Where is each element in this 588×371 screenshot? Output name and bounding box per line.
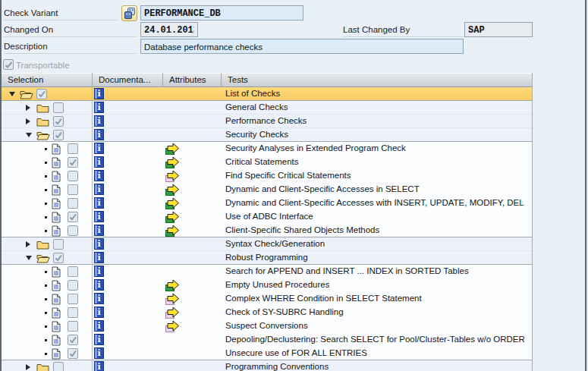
row-checkbox[interactable] [68,280,78,291]
documentation-icon[interactable]: i [94,88,104,99]
row-checkbox[interactable] [68,198,78,209]
row-checkbox[interactable] [68,335,78,345]
variant-icon-button[interactable] [121,5,137,21]
collapse-toggle-icon[interactable] [26,256,32,260]
row-checkbox[interactable] [68,184,78,195]
row-checkbox[interactable] [68,171,78,181]
documentation-icon[interactable]: i [94,102,104,113]
check-variant-input[interactable] [140,5,303,20]
test-name[interactable]: General Checks [225,102,288,112]
tree-row[interactable]: iSyntax Check/Generation [2,237,532,251]
documentation-icon[interactable]: i [94,129,104,140]
expand-toggle-icon[interactable] [26,105,30,111]
test-name[interactable]: Syntax Check/Generation [225,239,325,248]
documentation-icon[interactable]: i [94,361,104,371]
test-name[interactable]: Depooling/Declustering: Search SELECT fo… [225,335,525,344]
documentation-icon[interactable]: i [94,170,104,181]
tree-row[interactable]: iDynamic and Client-Specific Accesses wi… [2,197,532,210]
expand-toggle-icon[interactable] [26,241,30,247]
changed-on-input[interactable] [140,22,198,37]
tree-row[interactable]: iProgramming Conventions [2,360,532,371]
row-checkbox[interactable] [68,157,78,168]
row-checkbox[interactable] [68,212,78,222]
documentation-icon[interactable]: i [94,184,104,195]
tree-row[interactable]: iUse of ADBC Interface [2,210,532,224]
test-name[interactable]: Find Specific Critical Statements [225,171,351,180]
tree-row[interactable]: iFind Specific Critical Statements [2,169,532,183]
tree-row[interactable]: iComplex WHERE Condition in SELECT State… [2,292,532,306]
tree-row[interactable]: iClient-Specific Shared Objects Methods [2,224,532,237]
tree-row[interactable]: iUnsecure use of FOR ALL ENTRIES [2,347,532,360]
tree-row[interactable]: iEmpty Unused Procedures [2,278,532,292]
row-checkbox[interactable] [68,348,78,359]
column-header-selection[interactable]: Selection [2,73,93,86]
tree-row[interactable]: iDepooling/Declustering: Search SELECT f… [2,333,532,347]
test-name[interactable]: List of Checks [225,89,280,98]
tree-row[interactable]: iSuspect Conversions [2,319,532,333]
test-name[interactable]: Dynamic and Client-Specific Accesses wit… [225,198,524,207]
tree-row[interactable]: iSecurity Checks [2,128,532,142]
documentation-icon[interactable]: i [94,347,104,359]
documentation-icon[interactable]: i [94,143,104,154]
row-checkbox[interactable] [68,321,78,332]
documentation-icon[interactable]: i [94,293,104,304]
documentation-icon[interactable]: i [94,279,104,291]
test-name[interactable]: Suspect Conversions [225,321,308,330]
collapse-toggle-icon[interactable] [26,133,32,137]
test-name[interactable]: Programming Conventions [225,362,329,371]
tree-row[interactable]: iCheck of SY-SUBRC Handling [2,306,532,319]
test-name[interactable]: Unsecure use of FOR ALL ENTRIES [225,348,367,357]
transportable-checkbox[interactable] [3,59,14,70]
row-checkbox[interactable] [36,89,47,99]
row-checkbox[interactable] [53,130,64,140]
test-name[interactable]: Performance Checks [225,116,307,125]
tree-row[interactable]: iRobust Programming [2,251,532,265]
documentation-icon[interactable]: i [94,266,104,277]
collapse-toggle-icon[interactable] [9,92,15,96]
row-checkbox[interactable] [53,253,64,263]
tree-row[interactable]: iCritical Statements [2,156,532,169]
test-name[interactable]: Dynamic and Client-Specific Accesses in … [225,184,420,193]
tree-row[interactable]: iPerformance Checks [2,115,532,128]
documentation-icon[interactable]: i [94,238,104,250]
test-name[interactable]: Check of SY-SUBRC Handling [225,307,344,316]
documentation-icon[interactable]: i [94,320,104,332]
test-name[interactable]: Robust Programming [225,253,308,262]
documentation-icon[interactable]: i [94,252,104,263]
column-header-attributes[interactable]: Attributes [163,73,222,86]
documentation-icon[interactable]: i [94,225,104,236]
row-checkbox[interactable] [68,294,78,304]
row-checkbox[interactable] [53,362,64,371]
documentation-icon[interactable]: i [94,211,104,222]
test-name[interactable]: Use of ADBC Interface [225,212,313,221]
expand-toggle-icon[interactable] [26,364,30,370]
documentation-icon[interactable]: i [94,307,104,318]
last-changed-by-input[interactable] [464,22,533,37]
row-checkbox[interactable] [68,307,78,318]
row-checkbox[interactable] [68,225,78,236]
tree-row[interactable]: iSecurity Analyses in Extended Program C… [2,142,532,156]
test-name[interactable]: Empty Unused Procedures [225,280,329,289]
documentation-icon[interactable]: i [94,197,104,209]
row-checkbox[interactable] [68,143,78,154]
documentation-icon[interactable]: i [94,115,104,127]
tree-row[interactable]: iList of Checks [2,87,532,101]
expand-toggle-icon[interactable] [26,118,30,124]
test-name[interactable]: Security Checks [225,130,288,139]
test-name[interactable]: Search for APPEND and INSERT ... INDEX i… [225,266,469,275]
row-checkbox[interactable] [53,239,64,250]
column-header-tests[interactable]: Tests [222,73,532,86]
test-name[interactable]: Client-Specific Shared Objects Methods [225,225,379,234]
row-checkbox[interactable] [68,266,78,277]
row-checkbox[interactable] [53,102,64,113]
test-name[interactable]: Security Analyses in Extended Program Ch… [225,143,406,152]
column-header-documentation[interactable]: Documenta... [93,73,163,86]
documentation-icon[interactable]: i [94,156,104,168]
tree-row[interactable]: iSearch for APPEND and INSERT ... INDEX … [2,265,532,278]
documentation-icon[interactable]: i [94,334,104,345]
tree-row[interactable]: iGeneral Checks [2,101,532,115]
tree-row[interactable]: iDynamic and Client-Specific Accesses in… [2,183,532,197]
test-name[interactable]: Critical Statements [225,157,299,166]
row-checkbox[interactable] [53,116,64,127]
description-input[interactable] [140,39,464,54]
